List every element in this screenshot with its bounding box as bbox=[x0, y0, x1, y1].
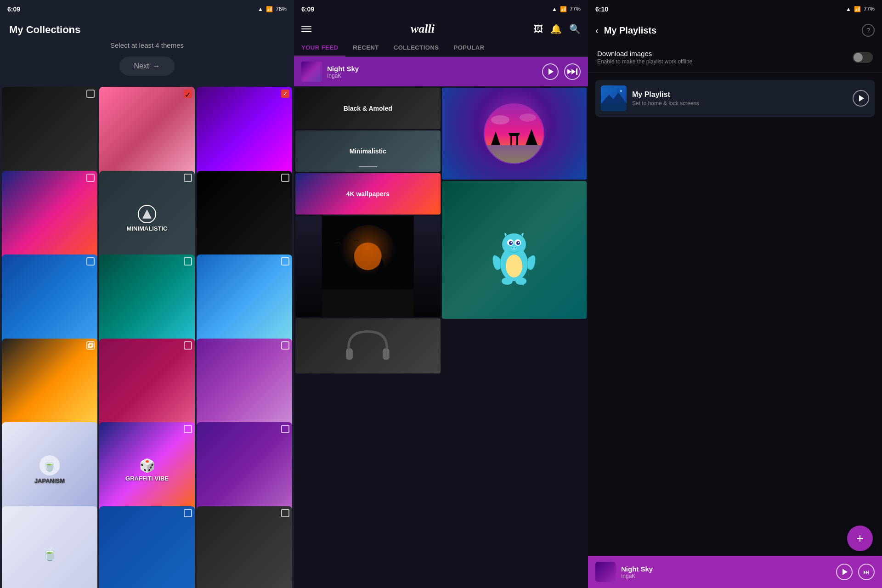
svg-point-41 bbox=[620, 90, 622, 92]
theme-4k-checkbox[interactable] bbox=[86, 174, 95, 182]
svg-point-30 bbox=[518, 242, 520, 243]
status-icons-1: ▲ 📶 76% bbox=[258, 6, 287, 12]
theme-games[interactable]: GAMES bbox=[99, 254, 195, 350]
tab-popular[interactable]: POPULAR bbox=[446, 40, 492, 57]
theme-nature[interactable]: BEST OF NATURE bbox=[197, 254, 292, 350]
add-playlist-button[interactable]: + bbox=[847, 526, 873, 551]
theme-cars-checkbox[interactable] bbox=[86, 341, 95, 350]
bottom-skip-button[interactable]: ⏭ bbox=[858, 564, 875, 580]
playlist-play-button[interactable] bbox=[853, 90, 869, 107]
theme-madeinblue[interactable]: MADE IN BLUE bbox=[2, 254, 97, 350]
theme-b1[interactable]: 🍵 bbox=[2, 506, 97, 588]
theme-cars[interactable]: CARS bbox=[2, 339, 97, 434]
feed-item-sunset[interactable] bbox=[442, 88, 587, 180]
next-label: Next bbox=[134, 62, 149, 70]
theme-minimal[interactable]: MINIMALISTIC bbox=[99, 171, 195, 266]
theme-blackamoled-checkbox[interactable] bbox=[281, 174, 289, 182]
feed-item-bottom-left[interactable] bbox=[295, 318, 441, 373]
download-images-row: Download images Enable to make the playl… bbox=[588, 42, 882, 73]
svg-point-32 bbox=[512, 247, 514, 249]
feed-label-4k: 4K wallpapers bbox=[346, 190, 390, 198]
silhouette-scene bbox=[295, 216, 441, 317]
play-button-2[interactable] bbox=[542, 63, 559, 80]
skip-icon bbox=[567, 69, 576, 74]
bottom-play-button[interactable] bbox=[836, 564, 853, 580]
theme-minimal-label: MINIMALISTIC bbox=[127, 225, 168, 232]
walli-topbar: walli 🖼 🔔 🔍 bbox=[294, 18, 588, 40]
theme-only-photos-checkbox[interactable] bbox=[184, 509, 192, 517]
time-3: 6:10 bbox=[595, 6, 608, 13]
theme-blackamoled[interactable]: BLACK, AMOLED bbox=[197, 171, 292, 266]
theme-games-checkbox[interactable] bbox=[184, 257, 192, 266]
feed-col-left: Black & Amoled Minimalistic 4K wallpaper… bbox=[295, 88, 441, 587]
theme-graffiti-checkbox[interactable] bbox=[184, 425, 192, 433]
theme-dark[interactable]: DARK bbox=[2, 87, 97, 182]
p1-header: My Collections Select at least 4 themes … bbox=[0, 18, 294, 87]
theme-madeinblue-checkbox[interactable] bbox=[86, 257, 95, 266]
theme-only-photos[interactable]: ONLY PHOTOS bbox=[99, 506, 195, 588]
bottom-play-icon bbox=[842, 569, 848, 575]
bottom-skip-icon: ⏭ bbox=[863, 568, 870, 576]
help-button[interactable]: ? bbox=[862, 24, 875, 37]
menu-icon[interactable] bbox=[301, 26, 311, 32]
skip-button-2[interactable] bbox=[564, 63, 581, 80]
theme-japanism[interactable]: 🍵 JAPANISM bbox=[2, 422, 97, 518]
tab-recent[interactable]: RECENT bbox=[345, 40, 386, 57]
theme-abstract[interactable]: ABSTRACT bbox=[197, 339, 292, 434]
theme-graffiti[interactable]: 🎲 GRAFFITI VIBE bbox=[99, 422, 195, 518]
feed-item-dark[interactable] bbox=[295, 216, 441, 317]
svg-rect-11 bbox=[383, 348, 390, 360]
headphones-icon bbox=[317, 327, 418, 365]
back-button[interactable]: ‹ bbox=[595, 25, 599, 36]
signal-icon-2: 📶 bbox=[560, 6, 567, 12]
theme-space-checkbox[interactable] bbox=[184, 341, 192, 350]
theme-nature-checkbox[interactable] bbox=[281, 257, 289, 266]
theme-animals-checkbox[interactable] bbox=[281, 425, 289, 433]
wallpaper-icon[interactable]: 🖼 bbox=[534, 24, 543, 34]
tab-collections[interactable]: COLLECTIONS bbox=[386, 40, 447, 57]
page-title-1: My Collections bbox=[9, 24, 285, 36]
theme-b3-checkbox[interactable] bbox=[281, 509, 289, 517]
svg-rect-21 bbox=[509, 133, 520, 135]
feed-item-dragon[interactable] bbox=[442, 181, 587, 319]
svg-point-36 bbox=[515, 277, 526, 285]
svg-rect-40 bbox=[601, 104, 627, 111]
wifi-icon-3: ▲ bbox=[846, 6, 851, 12]
theme-4k[interactable]: 4K WALLPAPERS bbox=[2, 171, 97, 266]
feed-col-right bbox=[442, 88, 587, 587]
download-toggle[interactable] bbox=[853, 52, 873, 63]
theme-minimal-checkbox[interactable] bbox=[184, 174, 192, 182]
theme-b3[interactable] bbox=[197, 506, 292, 588]
theme-neon-checkbox[interactable]: ✓ bbox=[281, 90, 289, 98]
next-button[interactable]: Next → bbox=[119, 57, 175, 76]
sunset-svg bbox=[482, 102, 546, 166]
theme-anime[interactable]: ANIME ✓ bbox=[99, 87, 195, 182]
notification-icon[interactable]: 🔔 bbox=[550, 23, 562, 34]
svg-point-29 bbox=[511, 242, 512, 243]
feed-item-black-amoled[interactable]: Black & Amoled bbox=[295, 88, 441, 129]
feed-item-minimalistic[interactable]: Minimalistic bbox=[295, 130, 441, 172]
theme-anime-checkbox[interactable]: ✓ bbox=[184, 90, 192, 98]
theme-abstract-checkbox[interactable] bbox=[281, 341, 289, 350]
walli-panel: 6:09 ▲ 📶 77% walli 🖼 🔔 🔍 YOUR FEED RECEN… bbox=[294, 0, 588, 588]
theme-neon[interactable]: NEON LIGHTS ✓ bbox=[197, 87, 292, 182]
theme-dark-checkbox[interactable] bbox=[86, 90, 95, 98]
subtitle-1: Select at least 4 themes bbox=[9, 41, 285, 49]
download-subtitle: Enable to make the playlist work offline bbox=[597, 58, 847, 65]
svg-point-34 bbox=[506, 254, 522, 277]
feed-item-4k[interactable]: 4K wallpapers bbox=[295, 173, 441, 215]
theme-space[interactable]: SPACE bbox=[99, 339, 195, 434]
playlist-name: My Playlist bbox=[632, 90, 847, 99]
svg-point-33 bbox=[514, 247, 516, 249]
search-icon[interactable]: 🔍 bbox=[569, 23, 581, 34]
theme-animals[interactable]: ANIMALS bbox=[197, 422, 292, 518]
my-playlist-card[interactable]: My Playlist Set to home & lock screens bbox=[595, 80, 875, 117]
tab-your-feed[interactable]: YOUR FEED bbox=[294, 40, 345, 57]
playlist-thumbnail bbox=[601, 85, 627, 111]
my-playlists-panel: 6:10 ▲ 📶 77% ‹ My Playlists ? Download i… bbox=[588, 0, 882, 588]
np-thumbnail bbox=[301, 62, 322, 82]
bottom-player-thumb bbox=[595, 562, 616, 582]
theme-grid: DARK ANIME ✓ NEON LIGHTS ✓ 4K WALLPAPERS bbox=[0, 87, 294, 588]
np-title: Night Sky bbox=[327, 65, 537, 73]
feed-label-black-amoled: Black & Amoled bbox=[344, 105, 392, 112]
